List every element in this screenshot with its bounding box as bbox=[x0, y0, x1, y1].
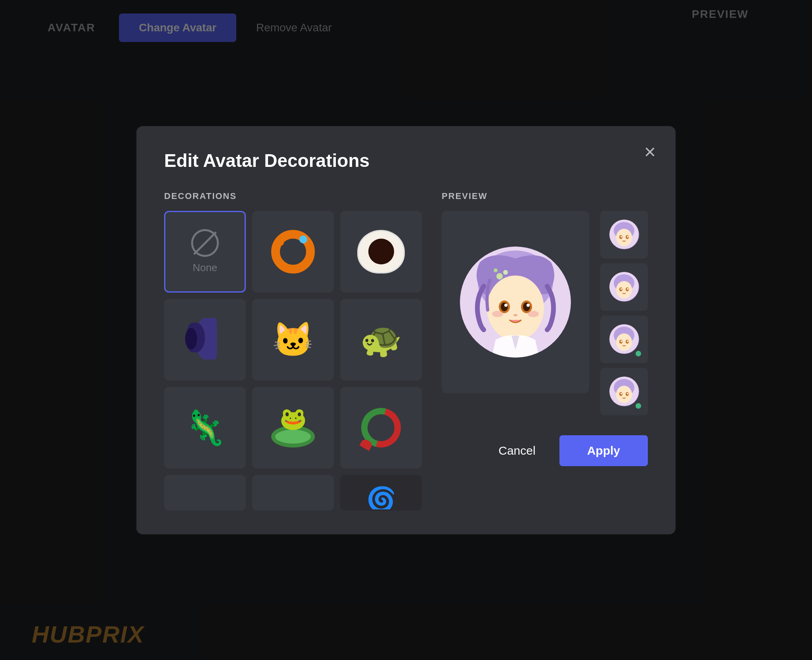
status-dot-online-4 bbox=[634, 402, 642, 410]
avatar-large bbox=[460, 247, 571, 358]
cancel-button[interactable]: Cancel bbox=[486, 437, 547, 465]
svg-point-5 bbox=[501, 302, 508, 311]
svg-point-8 bbox=[527, 304, 530, 307]
decoration-item-partial-2[interactable] bbox=[252, 475, 334, 511]
preview-label: PREVIEW bbox=[442, 191, 648, 201]
watermark: HUBPRIX bbox=[32, 621, 144, 648]
decorations-label: DECORATIONS bbox=[164, 191, 422, 201]
thumb-avatar-4 bbox=[609, 377, 639, 406]
decoration-item-turtle[interactable]: 🐢 bbox=[340, 299, 422, 381]
cat-decoration-icon: 🐱 bbox=[272, 323, 314, 356]
decoration-item-frog-ring[interactable]: 🐸 bbox=[252, 387, 334, 469]
preview-section: PREVIEW bbox=[442, 191, 648, 511]
decorations-section: DECORATIONS None bbox=[164, 191, 422, 511]
preview-thumb-1 bbox=[600, 211, 648, 258]
svg-point-41 bbox=[620, 393, 622, 394]
edit-avatar-decorations-modal: Edit Avatar Decorations × DECORATIONS No… bbox=[136, 126, 676, 534]
svg-point-13 bbox=[503, 270, 508, 275]
decoration-item-none[interactable]: None bbox=[164, 211, 246, 293]
svg-point-7 bbox=[504, 304, 508, 307]
svg-point-9 bbox=[492, 311, 503, 317]
svg-point-10 bbox=[528, 311, 539, 317]
preview-area bbox=[442, 211, 648, 415]
thumb-avatar-1 bbox=[609, 220, 639, 249]
creature-decoration-icon: 🦎 bbox=[184, 411, 226, 444]
decoration-item-egg[interactable] bbox=[340, 211, 422, 293]
modal-body: DECORATIONS None bbox=[164, 191, 648, 511]
preview-main bbox=[442, 211, 589, 393]
thumb-avatar-3 bbox=[609, 324, 639, 354]
modal-backdrop: Edit Avatar Decorations × DECORATIONS No… bbox=[0, 0, 812, 660]
preview-thumb-3 bbox=[600, 316, 648, 363]
svg-point-21 bbox=[627, 236, 628, 237]
svg-point-17 bbox=[616, 229, 632, 246]
svg-point-2 bbox=[487, 275, 544, 341]
status-dot-online-3 bbox=[634, 350, 642, 358]
svg-point-14 bbox=[494, 268, 498, 272]
preview-thumbnails bbox=[600, 211, 648, 415]
svg-point-28 bbox=[627, 288, 628, 290]
thumb-avatar-2 bbox=[609, 272, 639, 302]
decoration-item-hair[interactable] bbox=[164, 299, 246, 381]
decoration-item-bear-ring[interactable] bbox=[252, 211, 334, 293]
svg-point-31 bbox=[616, 333, 632, 351]
decoration-item-partial-1[interactable] bbox=[164, 475, 246, 511]
modal-footer: Cancel Apply bbox=[442, 435, 648, 466]
decoration-item-creature[interactable]: 🦎 bbox=[164, 387, 246, 469]
svg-point-42 bbox=[627, 393, 628, 394]
modal-title: Edit Avatar Decorations bbox=[164, 150, 648, 171]
none-label: None bbox=[193, 262, 217, 274]
turtle-decoration-icon: 🐢 bbox=[360, 323, 402, 356]
svg-point-6 bbox=[523, 302, 530, 311]
preview-thumb-2 bbox=[600, 263, 648, 311]
preview-thumb-4 bbox=[600, 368, 648, 415]
decoration-item-partial-3[interactable]: 🌀 bbox=[340, 475, 422, 511]
svg-point-38 bbox=[616, 386, 632, 403]
close-button[interactable]: × bbox=[644, 142, 656, 162]
svg-point-12 bbox=[496, 273, 503, 279]
decoration-item-cat[interactable]: 🐱 bbox=[252, 299, 334, 381]
svg-point-24 bbox=[616, 281, 632, 298]
svg-point-11 bbox=[513, 314, 517, 316]
apply-button[interactable]: Apply bbox=[559, 435, 648, 466]
svg-point-34 bbox=[620, 341, 622, 342]
decoration-grid: None bbox=[164, 211, 422, 469]
svg-point-20 bbox=[620, 236, 622, 237]
none-icon bbox=[191, 229, 219, 257]
svg-point-35 bbox=[627, 341, 628, 342]
svg-point-27 bbox=[620, 288, 622, 290]
decoration-item-snake-ring[interactable] bbox=[340, 387, 422, 469]
